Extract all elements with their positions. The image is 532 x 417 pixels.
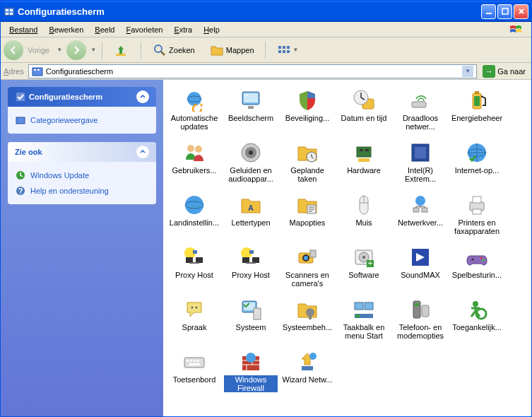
cp-item-auto-updates[interactable]: Automatische updates: [166, 87, 223, 139]
titlebar[interactable]: Configuratiescherm: [1, 1, 531, 22]
svg-rect-16: [34, 69, 36, 71]
cp-item-proxy1[interactable]: Proxy Host: [166, 244, 223, 296]
cp-item-speech[interactable]: Spraak: [166, 296, 223, 348]
cp-item-label: Spelbesturin...: [452, 271, 502, 279]
cp-item-network[interactable]: Netwerkver...: [392, 192, 449, 244]
cp-item-label: Internet-op...: [455, 166, 499, 175]
battery-icon: [466, 89, 488, 112]
address-input[interactable]: Configuratiescherm ▼: [28, 64, 478, 78]
cp-item-firewall[interactable]: Windows Firewall: [223, 348, 279, 401]
cp-item-fonts[interactable]: ALettertypen: [223, 192, 279, 244]
icon-area[interactable]: Automatische updatesBeeldschermBeveiligi…: [163, 80, 531, 416]
svg-rect-10: [283, 46, 285, 49]
cp-item-intel[interactable]: Intel(R) Extrem...: [392, 139, 449, 192]
panel-head[interactable]: Zie ook: [8, 142, 156, 162]
cp-item-taskbar[interactable]: Taakbalk en menu Start: [336, 296, 392, 348]
cp-item-label: Geluiden en audioappar...: [224, 166, 278, 183]
cp-item-soundmax[interactable]: SoundMAX: [392, 244, 449, 296]
svg-rect-9: [278, 46, 281, 49]
maximize-button[interactable]: [497, 4, 512, 19]
collapse-icon[interactable]: [136, 90, 149, 103]
minimize-button[interactable]: [481, 4, 496, 19]
cp-item-display[interactable]: Beeldscherm: [223, 87, 279, 139]
cp-item-wizard[interactable]: Wizard Netw...: [279, 348, 336, 401]
back-dropdown[interactable]: ▼: [57, 47, 62, 53]
svg-text:?: ?: [18, 187, 23, 195]
menu-help[interactable]: Help: [198, 24, 225, 35]
cp-item-sysadmin[interactable]: Systeembeh...: [279, 296, 336, 348]
cp-item-label: Mapopties: [290, 218, 326, 227]
cp-item-label: Systeem: [236, 323, 266, 331]
menu-extra[interactable]: Extra: [168, 24, 198, 35]
menu-favorites[interactable]: Favorieten: [120, 24, 168, 35]
cp-item-software[interactable]: +Software: [336, 244, 392, 296]
go-icon: →: [483, 65, 495, 78]
system-icon: [240, 298, 262, 321]
cp-item-label: Energiebeheer: [451, 114, 502, 122]
toolbar: Vorige ▼ ▼ Zoeken Mappen ▼: [1, 37, 531, 63]
cp-item-hardware[interactable]: Hardware: [336, 139, 392, 192]
window: Configuratiescherm Bestand Bewerken Beel…: [0, 0, 532, 417]
cp-item-regional[interactable]: Landinstellin...: [166, 192, 223, 244]
link-category-view[interactable]: Categorieweergave: [15, 112, 149, 128]
cp-item-mouse[interactable]: Muis: [336, 192, 392, 244]
cp-item-scanners[interactable]: Scanners en camera's: [279, 244, 336, 296]
menu-view[interactable]: Beeld: [89, 24, 120, 35]
cp-item-users[interactable]: Gebruikers...: [166, 139, 223, 192]
network-icon: [409, 194, 432, 216]
svg-rect-18: [16, 93, 25, 101]
link-help[interactable]: ? Help en ondersteuning: [15, 183, 149, 199]
cp-item-sounds[interactable]: Geluiden en audioappar...: [223, 139, 279, 192]
folders-icon: [209, 42, 225, 58]
cp-item-keyboard[interactable]: Toetsenbord: [166, 348, 223, 401]
svg-rect-40: [357, 147, 371, 157]
svg-rect-91: [415, 303, 419, 306]
up-button[interactable]: [108, 40, 135, 61]
panel-icon: [15, 91, 26, 102]
cp-item-folder-opts[interactable]: Mapopties: [279, 192, 336, 244]
link-windows-update[interactable]: Windows Update: [15, 168, 149, 183]
svg-rect-61: [193, 250, 197, 254]
close-button[interactable]: [514, 4, 528, 19]
svg-rect-65: [249, 250, 254, 254]
cp-item-label: Windows Firewall: [224, 375, 278, 392]
menu-file[interactable]: Bestand: [4, 24, 43, 35]
search-button[interactable]: Zoeken: [147, 40, 200, 61]
svg-text:+: +: [368, 259, 372, 267]
cp-item-phone[interactable]: Telefoon- en modemopties: [392, 296, 449, 348]
svg-rect-69: [310, 250, 316, 257]
folder-clock-icon: [296, 141, 319, 164]
forward-button[interactable]: [66, 40, 86, 60]
shield-icon: [296, 89, 319, 112]
cp-item-printers[interactable]: Printers en faxapparaten: [449, 192, 505, 244]
cp-item-datetime[interactable]: Datum en tijd: [336, 87, 392, 139]
forward-dropdown[interactable]: ▼: [90, 47, 96, 53]
svg-rect-60: [196, 257, 203, 263]
cp-item-scheduled[interactable]: Geplande taken: [279, 139, 336, 192]
update-icon: [15, 170, 26, 181]
views-button[interactable]: ▼: [271, 40, 304, 61]
menu-edit[interactable]: Bewerken: [43, 24, 89, 35]
cp-item-label: Proxy Host: [175, 271, 213, 279]
address-text: Configuratiescherm: [46, 67, 113, 76]
cp-item-power[interactable]: Energiebeheer: [449, 87, 505, 139]
cp-item-label: Wizard Netw...: [283, 375, 333, 384]
go-button[interactable]: → Ga naar: [480, 64, 528, 79]
back-button[interactable]: [4, 40, 23, 60]
monitor-icon: [240, 89, 262, 112]
cp-item-accessibility[interactable]: Toegankelijk...: [449, 296, 505, 348]
panel-head[interactable]: Configuratiescherm: [8, 87, 156, 107]
cp-item-system[interactable]: Systeem: [223, 296, 279, 348]
cp-item-wireless[interactable]: Draadloos netwer...: [392, 87, 449, 139]
folders-button[interactable]: Mappen: [204, 40, 259, 61]
address-dropdown[interactable]: ▼: [462, 66, 473, 77]
cp-item-security[interactable]: Beveiliging...: [279, 87, 336, 139]
cp-item-game[interactable]: Spelbesturin...: [449, 244, 505, 296]
collapse-icon[interactable]: [136, 146, 149, 158]
svg-point-38: [249, 151, 253, 155]
svg-point-35: [195, 146, 202, 153]
svg-point-72: [362, 256, 365, 259]
cp-item-internet[interactable]: Internet-op...: [449, 139, 505, 192]
cp-item-proxy2[interactable]: Proxy Host: [223, 244, 279, 296]
svg-rect-14: [287, 50, 290, 53]
